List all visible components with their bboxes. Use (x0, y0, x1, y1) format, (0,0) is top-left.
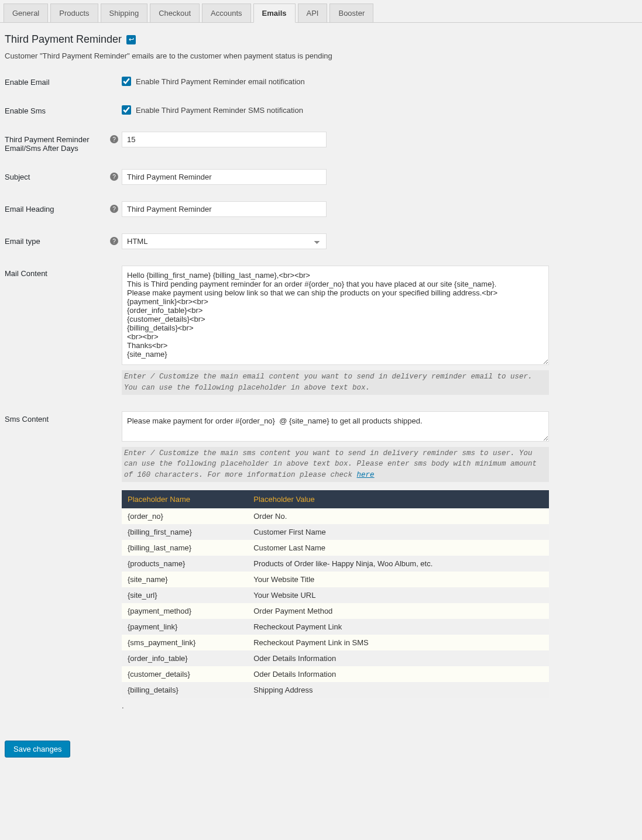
sms-content-textarea[interactable] (122, 411, 549, 442)
settings-tabs: GeneralProductsShippingCheckoutAccountsE… (0, 0, 642, 23)
table-row: {site_url}Your Website URL (122, 587, 549, 603)
email-type-select[interactable]: HTML (122, 233, 327, 249)
sms-help-link[interactable]: here (357, 471, 375, 479)
enable-email-checkbox-wrap[interactable]: Enable Third Payment Reminder email noti… (122, 74, 549, 86)
tab-general[interactable]: General (4, 4, 48, 22)
table-row: {billing_last_name}Customer Last Name (122, 540, 549, 556)
table-row: {order_no}Order No. (122, 508, 549, 524)
table-row: {sms_payment_link}Recheckout Payment Lin… (122, 635, 549, 650)
enable-sms-checkbox-label: Enable Third Payment Reminder SMS notifi… (136, 106, 303, 115)
tab-api[interactable]: API (298, 4, 328, 22)
save-button[interactable]: Save changes (5, 741, 70, 758)
tab-products[interactable]: Products (50, 4, 98, 22)
after-days-label: Third Payment Reminder Email/Sms After D… (5, 132, 122, 153)
tab-accounts[interactable]: Accounts (202, 4, 250, 22)
subject-input[interactable] (122, 169, 327, 185)
enable-sms-label: Enable Sms (5, 103, 122, 115)
mail-content-label: Mail Content (5, 266, 122, 278)
subject-label: Subject ? (5, 169, 122, 181)
table-row: {billing_details}Shipping Address (122, 682, 549, 698)
table-row: {billing_first_name}Customer First Name (122, 524, 549, 540)
table-row: {customer_details}Oder Details Informati… (122, 666, 549, 682)
page-title: Third Payment Reminder ↩ (5, 33, 637, 46)
tab-shipping[interactable]: Shipping (101, 4, 148, 22)
mail-content-textarea[interactable] (122, 266, 549, 365)
page-title-text: Third Payment Reminder (5, 33, 122, 46)
after-days-input[interactable] (122, 132, 327, 147)
email-heading-label: Email Heading ? (5, 201, 122, 214)
placeholder-table: Placeholder Name Placeholder Value {orde… (122, 490, 549, 698)
back-icon[interactable]: ↩ (126, 35, 136, 44)
enable-email-checkbox[interactable] (122, 77, 131, 86)
enable-email-label: Enable Email (5, 74, 122, 87)
email-heading-input[interactable] (122, 201, 327, 217)
table-row: {site_name}Your Website Title (122, 572, 549, 587)
enable-email-checkbox-label: Enable Third Payment Reminder email noti… (136, 77, 305, 86)
table-row: {payment_method}Order Payment Method (122, 603, 549, 619)
table-row: {payment_link}Recheckout Payment Link (122, 619, 549, 635)
table-row: {order_info_table}Oder Details Informati… (122, 650, 549, 666)
settings-content: Third Payment Reminder ↩ Customer "Third… (0, 23, 642, 768)
placeholder-table-header-value: Placeholder Value (248, 490, 549, 508)
enable-sms-checkbox-wrap[interactable]: Enable Third Payment Reminder SMS notifi… (122, 103, 549, 115)
help-icon[interactable]: ? (110, 135, 118, 143)
email-type-label: Email type ? (5, 233, 122, 246)
page-description: Customer "Third Payment Reminder" emails… (5, 51, 637, 60)
enable-sms-checkbox[interactable] (122, 105, 131, 115)
sms-content-label: Sms Content (5, 411, 122, 424)
sms-content-help: Enter / Customize the main sms content y… (122, 447, 549, 482)
help-icon[interactable]: ? (110, 237, 118, 245)
table-row: {products_name}Products of Order like- H… (122, 556, 549, 572)
tab-emails[interactable]: Emails (253, 4, 296, 23)
mail-content-help: Enter / Customize the main email content… (122, 370, 549, 395)
placeholder-table-header-name: Placeholder Name (122, 490, 248, 508)
tab-booster[interactable]: Booster (329, 4, 373, 22)
tab-checkout[interactable]: Checkout (150, 4, 200, 22)
trailing-dot: . (122, 701, 549, 710)
help-icon[interactable]: ? (110, 205, 118, 213)
help-icon[interactable]: ? (110, 173, 118, 181)
